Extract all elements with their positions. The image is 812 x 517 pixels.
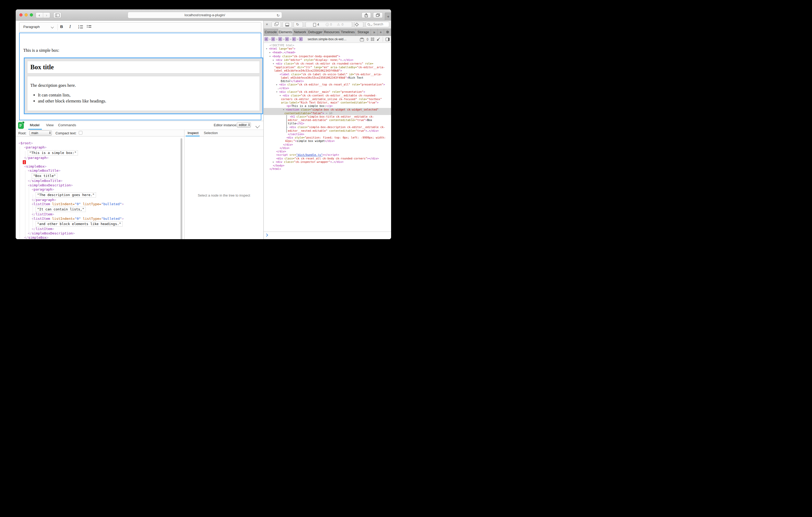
minimize-window-button[interactable]: [25, 13, 28, 17]
tab-console[interactable]: Console: [264, 29, 278, 35]
bold-button[interactable]: B: [60, 24, 63, 29]
element-picker-button[interactable]: [354, 22, 364, 27]
reload-page-button[interactable]: ↻: [293, 22, 303, 27]
model-tree-line[interactable]: </simpleBoxDescription>: [16, 231, 184, 236]
dom-tree-line[interactable]: <label class="ck ck-label ck-voice-label…: [264, 73, 391, 76]
model-tree-line[interactable]: </paragraph>: [16, 156, 184, 160]
model-tree-line[interactable]: "Box title": [16, 173, 184, 179]
tab-elements[interactable]: Elements: [278, 29, 293, 35]
dom-tree-line[interactable]: label_e63cbbfece34c53ce23501062343f49b8"…: [264, 69, 391, 72]
model-tree-line[interactable]: <listItem listIndent="0" listType="bulle…: [16, 217, 184, 221]
dom-tree-line[interactable]: editor__nested-editable" contenteditable…: [264, 118, 391, 122]
dom-tree-line[interactable]: contenteditable="false"> = $0: [264, 112, 391, 115]
list-item[interactable]: It can contain lists,: [38, 93, 260, 98]
tab-model[interactable]: Model: [30, 123, 39, 127]
paragraph-dropdown[interactable]: Paragraph: [23, 25, 40, 29]
dom-tree-line[interactable]: title</h1>: [264, 122, 391, 125]
dom-tree-line[interactable]: </section>: [264, 132, 391, 136]
tab-commands[interactable]: Commands: [58, 123, 76, 127]
forward-button[interactable]: ›: [43, 12, 50, 18]
model-tree-line[interactable]: </simpleBox>: [16, 236, 184, 239]
italic-button[interactable]: I: [69, 24, 71, 29]
model-tree-line[interactable]: <simpleBox>: [16, 164, 184, 169]
model-tree-line[interactable]: "It can contain lists,": [16, 206, 184, 212]
subtab-inspect[interactable]: Inspect: [187, 131, 199, 135]
reload-icon[interactable]: ↻: [277, 12, 280, 19]
console-quick-prompt[interactable]: [264, 232, 391, 239]
model-tree-line[interactable]: <listItem listIndent="0" listType="bulle…: [16, 202, 184, 206]
details-sidebar-icon[interactable]: [385, 38, 389, 41]
dom-tree-line[interactable]: 42px;">simple box widget</div>: [264, 139, 391, 143]
dom-tree-line[interactable]: ▶<div class="simple-box-description ck-e…: [264, 125, 391, 129]
dom-tree-line[interactable]: ▼<html lang="en">: [264, 47, 391, 51]
dom-tree-line[interactable]: corners ck-editor__editable_inline ck-fo…: [264, 97, 391, 101]
dom-tree-line[interactable]: </div>: [264, 143, 391, 146]
dom-tree-line[interactable]: </div>: [264, 150, 391, 153]
element-badge[interactable]: E: [278, 37, 282, 41]
dom-tree-line[interactable]: Editor</label>: [264, 80, 391, 83]
element-badge[interactable]: E: [299, 37, 303, 41]
subtab-selection[interactable]: Selection: [204, 131, 218, 135]
dom-tree-line[interactable]: label_e63cbbfece34c53ce23501062343f49b8"…: [264, 76, 391, 80]
share-button[interactable]: [361, 12, 371, 18]
box-title-heading[interactable]: Box title: [30, 63, 260, 71]
model-tree-line[interactable]: </simpleBoxTitle>: [16, 179, 184, 183]
model-tree-line[interactable]: <$root>: [16, 141, 184, 145]
model-tree-line[interactable]: <simpleBoxDescription>: [16, 183, 184, 187]
close-window-button[interactable]: [19, 13, 23, 17]
simple-box-widget[interactable]: Box title The description goes here. It …: [24, 58, 263, 114]
description-paragraph[interactable]: The description goes here.: [30, 83, 260, 88]
model-tree-line[interactable]: </paragraph>: [16, 198, 184, 202]
settings-tab[interactable]: [384, 29, 391, 35]
model-tree-line[interactable]: <paragraph>: [16, 145, 184, 150]
dom-tree-line[interactable]: ▶<div class="ck-inspector-wrapper">…</di…: [264, 160, 391, 164]
intro-paragraph[interactable]: This is a simple box:: [23, 48, 59, 53]
close-inspector-button[interactable]: ×: [266, 22, 268, 26]
dom-tree-line[interactable]: ▶<head>…</head>: [264, 51, 391, 54]
dom-tree-line[interactable]: </div>: [264, 146, 391, 150]
breadcrumb-current-node[interactable]: section.simple-box.ck-wid…: [308, 37, 347, 41]
dom-tree-line[interactable]: <!DOCTYPE html>: [264, 44, 391, 47]
element-badge[interactable]: E: [264, 37, 268, 41]
model-tree-line[interactable]: "The description goes here.": [16, 192, 184, 198]
dom-tree-line[interactable]: …</div>: [264, 87, 391, 90]
numbered-list-button[interactable]: 1 2: [78, 25, 83, 29]
dom-tree-line[interactable]: <div style="position: fixed; top: 0px; l…: [264, 136, 391, 139]
rich-text-editable[interactable]: This is a simple box: Box title The desc…: [19, 33, 261, 120]
tab-debugger[interactable]: Debugger: [308, 29, 324, 35]
model-tree-line[interactable]: "and other block elements like headings.…: [16, 221, 184, 227]
tab-timelines[interactable]: Timelines: [340, 29, 356, 35]
sidebar-toggle-button[interactable]: [53, 12, 61, 18]
dom-tree-line[interactable]: ▼<section class="simple-box ck-widget ck…: [264, 108, 391, 112]
dom-tree-line[interactable]: <div class="ck ck-reset_all ck-body ck-r…: [264, 157, 391, 160]
print-icon[interactable]: [360, 38, 364, 41]
dom-tree-line[interactable]: ▼<div class="ck ck-reset ck-editor ck-ro…: [264, 62, 391, 66]
dom-tree-line[interactable]: ▶<div class="ck ck-editor__top ck-reset_…: [264, 83, 391, 87]
model-tree-line[interactable]: "This is a simple box:": [16, 150, 184, 156]
element-badge[interactable]: E: [271, 37, 275, 41]
grid-layout-icon[interactable]: [371, 38, 374, 41]
tab-storage[interactable]: Storage: [356, 29, 371, 35]
collapse-inspector-chevron-icon[interactable]: [255, 124, 260, 128]
model-tree-line[interactable]: <paragraph>: [16, 187, 184, 191]
tab-resources[interactable]: Resources: [324, 29, 340, 35]
zoom-window-button[interactable]: [30, 13, 33, 17]
styles-brush-icon[interactable]: [377, 37, 380, 41]
bulleted-list-button[interactable]: [87, 25, 91, 27]
address-bar[interactable]: localhost/creating-a-plugin/ ↻: [128, 12, 282, 18]
element-badge[interactable]: E: [292, 37, 296, 41]
dock-bottom-button[interactable]: [283, 22, 292, 27]
model-tree-scrollbar[interactable]: [180, 138, 182, 239]
dom-tree-line[interactable]: </body>: [264, 164, 391, 167]
new-tab-button[interactable]: +: [385, 12, 391, 21]
add-tab-button[interactable]: +: [378, 29, 384, 35]
model-tree-line[interactable]: [: [16, 160, 184, 164]
dom-tree-line[interactable]: <p>This is a simple box:</p>: [264, 104, 391, 108]
model-tree-line[interactable]: </listItem>: [16, 212, 184, 216]
editor-instance-select[interactable]: editor: [237, 122, 251, 127]
tab-network[interactable]: Network: [293, 29, 308, 35]
compact-text-checkbox[interactable]: [79, 131, 82, 134]
back-button[interactable]: ‹: [36, 12, 43, 18]
simple-box-description-area[interactable]: The description goes here. It can contai…: [27, 76, 260, 111]
dom-tree-line[interactable]: </html>: [264, 167, 391, 171]
